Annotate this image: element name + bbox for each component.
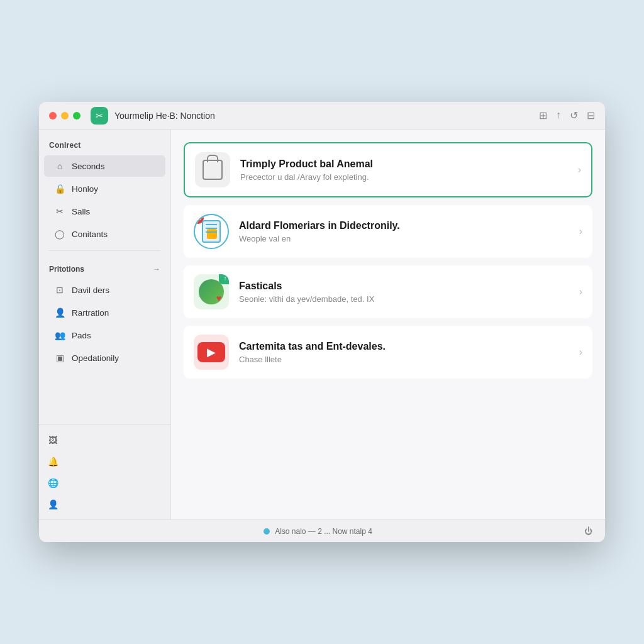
item-subtitle-4: Chase lllete [239, 355, 569, 364]
chevron-right-icon-1: › [578, 164, 581, 175]
item-icon-youtube: ▶ [194, 335, 229, 370]
list-item[interactable]: ✕ Aldard Flomeriars in Didectronily. Weo… [184, 205, 592, 258]
sidebar-item-opedationily[interactable]: ▣ Opedationily [44, 347, 165, 369]
edit-icon[interactable]: ⊞ [539, 109, 547, 121]
document-icon [202, 220, 221, 243]
item-subtitle-3: Seonie: vithi da yev/dembade, ted. IX [239, 294, 569, 304]
chevron-right-icon-2: › [579, 226, 582, 237]
globe-icon-bottom[interactable]: 🌐 [44, 474, 62, 492]
bag-icon [203, 160, 223, 180]
home-icon: ⌂ [54, 160, 65, 172]
sidebar-item-rartration-label: Rartration [72, 308, 109, 318]
layout-icon: ⊡ [54, 284, 65, 296]
sidebar-item-rartration[interactable]: 👤 Rartration [44, 302, 165, 323]
person2-icon: 👤 [54, 307, 65, 318]
sidebar-item-davilders-label: Davil ders [72, 286, 109, 295]
item-text-2: Aldard Flomeriars in Didectronily. Weopl… [239, 220, 569, 243]
sidebar-item-opedationily-label: Opedationily [72, 353, 119, 363]
lock-icon: 🔒 [54, 183, 65, 194]
person-icon: ◯ [54, 228, 65, 240]
item-icon-bag [195, 152, 230, 187]
item-title-3: Fasticals [239, 280, 569, 292]
sidebar-item-conitants[interactable]: ◯ Conitants [44, 223, 165, 245]
arrow-icon: → [153, 265, 160, 274]
chevron-right-icon-4: › [579, 347, 582, 358]
item-icon-document: ✕ [194, 214, 229, 249]
sidebar: Conlrect ⌂ Seconds 🔒 Honloy ✂ Salls ◯ Co… [39, 130, 171, 519]
image-icon[interactable]: 🖼 [44, 431, 62, 449]
sidebar-section-2-label: Pritotions [49, 265, 84, 274]
sidebar-item-honloy[interactable]: 🔒 Honloy [44, 178, 165, 199]
sidebar-item-seconds[interactable]: ⌂ Seconds [44, 155, 165, 177]
bell-icon[interactable]: 🔔 [44, 453, 62, 470]
main-content: Conlrect ⌂ Seconds 🔒 Honloy ✂ Salls ◯ Co… [39, 130, 605, 519]
window-title: Yourmelip He·B: Nonction [114, 111, 539, 121]
lock-badge-icon [207, 229, 217, 239]
refresh-icon[interactable]: ↺ [570, 109, 578, 121]
item-text-1: Trimply Product bal Anemal Precector u d… [240, 158, 568, 182]
sidebar-item-conitants-label: Conitants [72, 230, 108, 239]
sidebar-item-salls[interactable]: ✂ Salls [44, 201, 165, 222]
content-area: Trimply Product bal Anemal Precector u d… [171, 130, 605, 519]
close-button[interactable] [49, 112, 57, 119]
person-circle-icon[interactable]: 👤 [44, 496, 62, 513]
sidebar-item-salls-label: Salls [72, 207, 90, 216]
list-item[interactable]: Trimply Product bal Anemal Precector u d… [184, 142, 592, 197]
globe-green-icon [199, 279, 224, 304]
status-dot [264, 528, 270, 535]
grid-icon[interactable]: ⊟ [587, 109, 595, 121]
sidebar-bottom-icons: 🖼 🔔 🌐 👤 [39, 425, 170, 519]
minimize-button[interactable] [61, 112, 69, 119]
sidebar-item-pads[interactable]: 👥 Pads [44, 325, 165, 346]
status-bar-center: Also nalo — 2 ... Now ntalp 4 [264, 527, 372, 536]
item-subtitle-1: Precector u dal /Aravy fol expleting. [240, 172, 568, 182]
item-subtitle-2: Weople val en [239, 234, 569, 243]
group-icon: 👥 [54, 330, 65, 341]
sidebar-item-davilders[interactable]: ⊡ Davil ders [44, 279, 165, 301]
list-item[interactable]: ▶ Cartemita tas and Ent-devales. Chase l… [184, 326, 592, 379]
sidebar-section-1-label: Conlrect [39, 130, 170, 155]
item-title-1: Trimply Product bal Anemal [240, 158, 568, 170]
app-window: ✂ Yourmelip He·B: Nonction ⊞ ↑ ↺ ⊟ Conlr… [39, 102, 605, 542]
status-text: Also nalo — 2 ... Now ntalp 4 [275, 527, 372, 536]
item-icon-globe: ↑ [194, 274, 229, 309]
scissors-icon: ✂ [96, 111, 103, 121]
item-title-4: Cartemita tas and Ent-devales. [239, 341, 569, 352]
sidebar-item-pads-label: Pads [72, 331, 91, 340]
sidebar-divider [49, 250, 160, 251]
scissors-icon-sidebar: ✂ [54, 206, 65, 217]
item-text-3: Fasticals Seonie: vithi da yev/dembade, … [239, 280, 569, 304]
sidebar-item-seconds-label: Seconds [72, 162, 105, 171]
chevron-right-icon-3: › [579, 286, 582, 297]
item-text-4: Cartemita tas and Ent-devales. Chase lll… [239, 341, 569, 364]
sidebar-section-2: Pritotions → [39, 256, 170, 279]
status-bar-right[interactable]: ⏻ [584, 526, 592, 536]
traffic-lights [49, 112, 80, 119]
titlebar-actions: ⊞ ↑ ↺ ⊟ [539, 109, 595, 121]
upload-icon[interactable]: ↑ [556, 109, 561, 121]
square-icon: ▣ [54, 352, 65, 364]
maximize-button[interactable] [73, 112, 80, 119]
list-item[interactable]: ↑ Fasticals Seonie: vithi da yev/dembade… [184, 265, 592, 318]
status-bar: Also nalo — 2 ... Now ntalp 4 ⏻ [39, 519, 605, 542]
youtube-icon: ▶ [197, 342, 225, 362]
item-title-2: Aldard Flomeriars in Didectronily. [239, 220, 569, 231]
sidebar-item-honloy-label: Honloy [72, 184, 98, 194]
titlebar: ✂ Yourmelip He·B: Nonction ⊞ ↑ ↺ ⊟ [39, 102, 605, 130]
app-icon: ✂ [91, 107, 108, 125]
